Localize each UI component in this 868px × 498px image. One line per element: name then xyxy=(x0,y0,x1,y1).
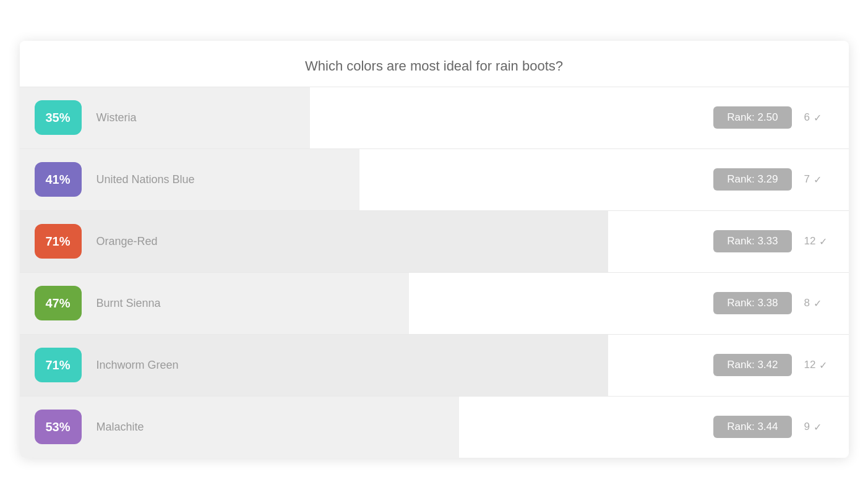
row-meta-3: Rank: 3.38 8 ✓ xyxy=(698,280,848,327)
survey-container: Which colors are most ideal for rain boo… xyxy=(20,41,849,458)
percent-badge-0: 35% xyxy=(35,100,82,135)
vote-count-5: 9 ✓ xyxy=(804,421,834,433)
vote-number-0: 6 xyxy=(804,111,810,124)
survey-row-5: 53% Malachite Rank: 3.44 9 ✓ xyxy=(20,396,849,458)
row-meta-2: Rank: 3.33 12 ✓ xyxy=(698,218,848,265)
color-name-3: Burnt Sienna xyxy=(97,297,161,310)
survey-row-4: 71% Inchworm Green Rank: 3.42 12 ✓ xyxy=(20,334,849,396)
survey-row-2: 71% Orange-Red Rank: 3.33 12 ✓ xyxy=(20,210,849,272)
checkmark-icon-3: ✓ xyxy=(814,298,822,309)
row-left-4: 71% Inchworm Green xyxy=(20,335,323,395)
survey-row-0: 35% Wisteria Rank: 2.50 6 ✓ xyxy=(20,87,849,148)
vote-count-0: 6 ✓ xyxy=(804,111,834,124)
checkmark-icon-1: ✓ xyxy=(814,174,822,186)
row-left-1: 41% United Nations Blue xyxy=(20,150,323,209)
row-left-2: 71% Orange-Red xyxy=(20,212,323,271)
row-meta-1: Rank: 3.29 7 ✓ xyxy=(698,156,848,203)
color-name-5: Malachite xyxy=(97,421,144,434)
vote-number-2: 12 xyxy=(804,235,816,247)
percent-badge-4: 71% xyxy=(35,348,82,382)
percent-badge-5: 53% xyxy=(35,410,82,444)
vote-number-3: 8 xyxy=(804,297,810,309)
vote-count-2: 12 ✓ xyxy=(804,235,834,247)
survey-title: Which colors are most ideal for rain boo… xyxy=(20,41,849,87)
percent-badge-2: 71% xyxy=(35,224,82,259)
rank-badge-4: Rank: 3.42 xyxy=(713,354,791,376)
checkmark-icon-5: ✓ xyxy=(814,421,822,433)
row-left-3: 47% Burnt Sienna xyxy=(20,273,323,333)
vote-count-4: 12 ✓ xyxy=(804,359,834,371)
rank-badge-1: Rank: 3.29 xyxy=(713,168,791,191)
vote-number-5: 9 xyxy=(804,421,810,433)
row-meta-5: Rank: 3.44 9 ✓ xyxy=(698,403,848,450)
row-meta-4: Rank: 3.42 12 ✓ xyxy=(698,341,848,389)
vote-count-3: 8 ✓ xyxy=(804,297,834,309)
rank-badge-0: Rank: 2.50 xyxy=(713,106,791,129)
row-left-0: 35% Wisteria xyxy=(20,88,323,147)
percent-badge-1: 41% xyxy=(35,162,82,197)
survey-rows: 35% Wisteria Rank: 2.50 6 ✓ 41% United N… xyxy=(20,87,849,458)
rank-badge-5: Rank: 3.44 xyxy=(713,416,791,438)
color-name-0: Wisteria xyxy=(97,111,137,124)
survey-row-3: 47% Burnt Sienna Rank: 3.38 8 ✓ xyxy=(20,272,849,334)
vote-count-1: 7 ✓ xyxy=(804,173,834,186)
color-name-1: United Nations Blue xyxy=(97,173,195,186)
percent-badge-3: 47% xyxy=(35,286,82,320)
color-name-2: Orange-Red xyxy=(97,235,158,248)
row-meta-0: Rank: 2.50 6 ✓ xyxy=(698,94,848,141)
checkmark-icon-4: ✓ xyxy=(819,359,827,371)
color-name-4: Inchworm Green xyxy=(97,359,179,372)
checkmark-icon-2: ✓ xyxy=(819,236,827,247)
rank-badge-2: Rank: 3.33 xyxy=(713,230,791,252)
vote-number-4: 12 xyxy=(804,359,816,371)
survey-row-1: 41% United Nations Blue Rank: 3.29 7 ✓ xyxy=(20,148,849,210)
row-left-5: 53% Malachite xyxy=(20,397,323,457)
checkmark-icon-0: ✓ xyxy=(814,112,822,124)
rank-badge-3: Rank: 3.38 xyxy=(713,292,791,314)
vote-number-1: 7 xyxy=(804,173,810,186)
